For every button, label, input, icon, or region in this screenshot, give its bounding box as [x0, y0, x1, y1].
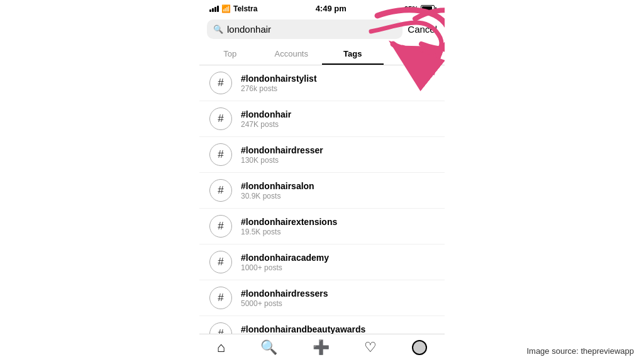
tag-item[interactable]: # #londonhairextensions 19.5K posts: [199, 209, 445, 244]
hash-icon: #: [209, 107, 232, 130]
battery-icon: [421, 5, 435, 12]
tag-info: #londonhairsalon 30.9K posts: [241, 181, 314, 200]
hash-icon: #: [209, 72, 232, 94]
tab-top[interactable]: Top: [199, 43, 261, 65]
tag-item[interactable]: # #londonhairsalon 30.9K posts: [199, 173, 445, 209]
tag-list: # #londonhairstylist 276k posts # #londo…: [199, 65, 445, 334]
hash-icon: #: [209, 143, 232, 166]
tag-info: #londonhairacademy 1000+ posts: [241, 253, 329, 272]
image-source-label: Image source: thepreviewapp: [526, 346, 634, 356]
battery-percent: 95%: [404, 5, 418, 13]
battery-fill: [422, 6, 432, 11]
tag-name: #londonhairacademy: [241, 253, 329, 263]
hash-icon: #: [209, 251, 232, 273]
tab-accounts[interactable]: Accounts: [261, 43, 323, 65]
tag-count: 19.5K posts: [241, 228, 337, 236]
tag-count: 5000+ posts: [241, 299, 328, 308]
profile-avatar[interactable]: [412, 340, 427, 355]
carrier-label: Telstra: [233, 4, 257, 13]
tag-info: #londonhairdressers 5000+ posts: [241, 288, 328, 308]
wifi-icon: 📶: [221, 4, 231, 13]
hash-icon: #: [209, 215, 232, 238]
tag-item[interactable]: # #londonhair 247K posts: [199, 101, 445, 137]
tag-count: 1000+ posts: [241, 263, 329, 272]
tag-item[interactable]: # #londonhairandbeautyawards 1000+ posts: [199, 316, 445, 334]
phone-screen: 📶 Telstra 4:49 pm 95% 🔍 londonhair Cance…: [199, 0, 445, 362]
search-bar: 🔍 londonhair Cancel: [199, 16, 445, 43]
search-nav-icon[interactable]: 🔍: [260, 339, 277, 356]
status-bar: 📶 Telstra 4:49 pm 95%: [199, 0, 445, 16]
tag-count: 130K posts: [241, 156, 323, 165]
add-post-icon[interactable]: ➕: [313, 339, 330, 356]
time-display: 4:49 pm: [316, 4, 347, 13]
heart-icon[interactable]: ♡: [364, 339, 377, 356]
tag-info: #londonhairdresser 130K posts: [241, 145, 323, 165]
signal-bars-icon: [209, 6, 219, 12]
tag-count: 30.9K posts: [241, 192, 314, 200]
tag-name: #londonhairsalon: [241, 181, 314, 191]
tag-info: #londonhair 247K posts: [241, 109, 291, 129]
tabs-row: Top Accounts Tags Places: [199, 43, 445, 65]
tag-name: #londonhair: [241, 109, 291, 119]
bottom-nav: ⌂ 🔍 ➕ ♡: [199, 334, 445, 362]
tag-name: #londonhairstylist: [241, 74, 317, 84]
search-input-wrap[interactable]: 🔍 londonhair: [207, 19, 402, 39]
tag-info: #londonhairstylist 276k posts: [241, 74, 317, 93]
tag-item[interactable]: # #londonhairdressers 5000+ posts: [199, 280, 445, 316]
hash-icon: #: [209, 287, 232, 309]
status-left: 📶 Telstra: [209, 4, 257, 13]
tag-name: #londonhairdressers: [241, 288, 328, 299]
search-icon: 🔍: [213, 25, 223, 34]
cancel-button[interactable]: Cancel: [408, 24, 437, 35]
tab-places[interactable]: Places: [384, 43, 445, 65]
tag-item[interactable]: # #londonhairacademy 1000+ posts: [199, 244, 445, 280]
hash-icon: #: [209, 322, 232, 334]
tag-name: #londonhairextensions: [241, 217, 337, 227]
tab-tags[interactable]: Tags: [322, 43, 384, 65]
tag-info: #londonhairextensions 19.5K posts: [241, 217, 337, 236]
tag-count: 276k posts: [241, 84, 317, 93]
tag-item[interactable]: # #londonhairstylist 276k posts: [199, 65, 445, 101]
home-icon[interactable]: ⌂: [217, 339, 225, 356]
tag-info: #londonhairandbeautyawards 1000+ posts: [241, 324, 365, 334]
status-right: 95%: [404, 5, 435, 13]
tag-item[interactable]: # #londonhairdresser 130K posts: [199, 137, 445, 173]
search-input[interactable]: londonhair: [227, 24, 396, 35]
tag-name: #londonhairandbeautyawards: [241, 324, 365, 334]
tag-count: 247K posts: [241, 120, 291, 129]
hash-icon: #: [209, 179, 232, 202]
tag-name: #londonhairdresser: [241, 145, 323, 155]
